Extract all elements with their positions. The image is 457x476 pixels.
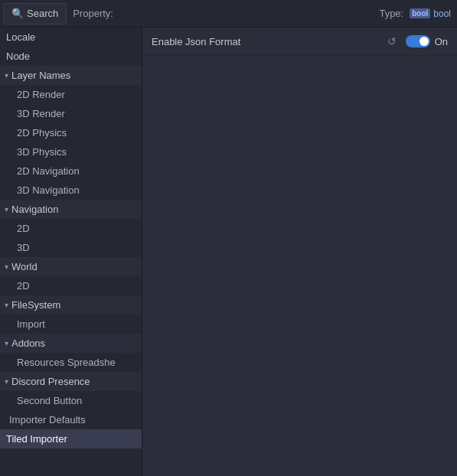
chevron-icon: ▾ (5, 377, 8, 386)
sidebar-item-locale[interactable]: Locale (0, 28, 142, 47)
sidebar-item-second-button[interactable]: Second Button (0, 391, 142, 410)
sidebar-item-filesystem[interactable]: ▾FileSystem (0, 295, 142, 315)
toggle-label: On (435, 36, 448, 47)
sidebar-item-world[interactable]: ▾World (0, 257, 142, 276)
sidebar-item-world-2d[interactable]: 2D (0, 276, 142, 295)
search-label: Search (27, 8, 58, 19)
sidebar-item-label: FileSystem (11, 299, 60, 311)
reset-button[interactable]: ↺ (384, 34, 400, 49)
sidebar-item-3d-physics[interactable]: 3D Physics (0, 142, 142, 161)
type-label: Type: (373, 8, 410, 19)
chevron-icon: ▾ (5, 262, 8, 271)
search-icon: 🔍 (11, 8, 24, 19)
sidebar-item-navigation[interactable]: ▾Navigation (0, 200, 142, 219)
top-bar: 🔍 Search Property: Type: bool bool (0, 0, 457, 28)
sidebar-item-importer-defaults[interactable]: Importer Defaults (0, 410, 142, 429)
sidebar-item-2d-navigation[interactable]: 2D Navigation (0, 161, 142, 181)
sidebar-item-2d-render[interactable]: 2D Render (0, 85, 142, 104)
toggle-switch[interactable] (406, 35, 430, 47)
sidebar-item-tiled-importer[interactable]: Tiled Importer (0, 429, 142, 448)
setting-row: Enable Json Format ↺ On (142, 28, 457, 56)
type-icon: bool (410, 8, 430, 18)
sidebar-item-2d-physics[interactable]: 2D Physics (0, 123, 142, 142)
sidebar-item-discord-presence[interactable]: ▾Discord Presence (0, 372, 142, 391)
sidebar-item-3d-render[interactable]: 3D Render (0, 104, 142, 123)
type-value: bool bool (410, 8, 457, 19)
sidebar-item-label: Navigation (11, 204, 58, 215)
type-name: bool (433, 8, 451, 19)
sidebar: LocaleNode▾Layer Names2D Render3D Render… (0, 28, 142, 476)
chevron-icon: ▾ (5, 339, 8, 347)
sidebar-item-3d-navigation[interactable]: 3D Navigation (0, 181, 142, 200)
sidebar-item-label: Discord Presence (11, 376, 90, 387)
property-label: Property: (67, 8, 119, 19)
sidebar-item-addons[interactable]: ▾Addons (0, 334, 142, 353)
sidebar-item-nav-3d[interactable]: 3D (0, 238, 142, 257)
sidebar-item-label: Layer Names (11, 70, 70, 81)
main-content: LocaleNode▾Layer Names2D Render3D Render… (0, 28, 457, 476)
sidebar-item-nav-2d[interactable]: 2D (0, 219, 142, 238)
sidebar-item-label: World (11, 261, 38, 272)
chevron-icon: ▾ (5, 301, 8, 309)
setting-label: Enable Json Format (152, 36, 384, 47)
chevron-icon: ▾ (5, 71, 8, 80)
sidebar-item-layer-names[interactable]: ▾Layer Names (0, 66, 142, 85)
setting-controls: ↺ On (384, 34, 448, 49)
sidebar-item-import[interactable]: Import (0, 315, 142, 334)
content-panel: Enable Json Format ↺ On (142, 28, 457, 476)
sidebar-item-node[interactable]: Node (0, 47, 142, 66)
search-button[interactable]: 🔍 Search (3, 3, 67, 24)
sidebar-item-label: Addons (11, 337, 45, 349)
sidebar-item-resources-spreadsheet[interactable]: Resources Spreadshe (0, 353, 142, 372)
chevron-icon: ▾ (5, 205, 8, 214)
toggle-container: On (406, 35, 448, 47)
